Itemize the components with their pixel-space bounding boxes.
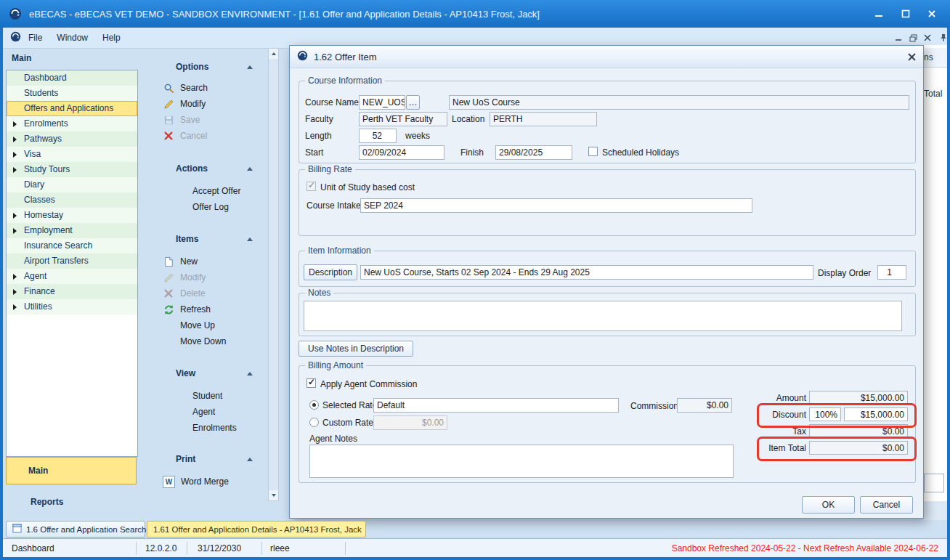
sidebar-item-label: Dashboard (24, 73, 67, 83)
collapse-icon[interactable] (247, 65, 253, 69)
window-maximize-button[interactable] (893, 4, 918, 23)
course-intake-combo[interactable]: SEP 2024 (360, 198, 752, 213)
start-date-combo[interactable]: 02/09/2024 (359, 145, 444, 160)
modify-label: Modify (180, 99, 206, 109)
discount-amount-input[interactable]: $15,000.00 (844, 407, 908, 421)
description-button[interactable]: Description (304, 264, 357, 280)
sidebar-item-homestay[interactable]: Homestay (7, 208, 137, 223)
display-order-stepper[interactable]: 1 (877, 265, 906, 280)
selected-rate-radio[interactable] (309, 400, 319, 410)
agent-notes-textarea[interactable] (309, 445, 734, 478)
custom-rate-radio[interactable] (309, 418, 319, 427)
status-bar: Dashboard 12.0.2.0 31/12/2030 rleee Sand… (3, 538, 947, 557)
sidebar-item-classes[interactable]: Classes (7, 192, 137, 208)
sidebar-item-diary[interactable]: Diary (7, 177, 137, 192)
search-button[interactable]: Search (163, 81, 208, 94)
item-refresh-button[interactable]: Refresh (163, 303, 211, 316)
sidebar-item-finance[interactable]: Finance (7, 284, 137, 299)
cancel-button[interactable]: Cancel (860, 496, 913, 514)
sidebar-item-insurance-search[interactable]: Insurance Search (7, 238, 137, 253)
sidebar-item-pathways[interactable]: Pathways (7, 131, 137, 147)
menu-help[interactable]: Help (95, 30, 128, 46)
unit-of-study-label: Unit of Study based cost (320, 182, 415, 192)
status-separator (187, 542, 187, 555)
sidebar-item-employment[interactable]: Employment (7, 223, 137, 238)
nav-group-reports[interactable]: Reports (6, 491, 137, 513)
selected-rate-combo[interactable]: Default (373, 398, 619, 413)
discount-percent-input[interactable]: 100% (809, 407, 841, 421)
item-new-label: New (180, 256, 198, 267)
accept-offer-button[interactable]: Accept Offer (192, 184, 240, 198)
cancel-icon (163, 130, 174, 142)
description-input[interactable]: New UoS Course, Starts 02 Sep 2024 - End… (360, 265, 813, 280)
collapse-icon[interactable] (247, 372, 253, 376)
collapse-icon[interactable] (247, 458, 253, 461)
mdi-minimize-button[interactable] (892, 32, 905, 44)
menu-file[interactable]: File (21, 30, 49, 46)
collapse-icon[interactable] (247, 238, 253, 241)
view-enrolments-button[interactable]: Enrolments (192, 421, 237, 434)
expand-icon (13, 228, 17, 234)
item-information-group: Item Information Description New UoS Cou… (299, 251, 916, 287)
dialog-titlebar: 1.62 Offer Item (290, 46, 923, 68)
section-items[interactable]: Items (176, 233, 253, 245)
tab-offer-and-application-details[interactable]: 1.61 Offer and Application Details - AP1… (147, 521, 366, 537)
scroll-down-icon[interactable] (269, 490, 278, 500)
offer-log-button[interactable]: Offer Log (192, 200, 229, 214)
ok-button[interactable]: OK (802, 496, 855, 514)
view-agent-label: Agent (192, 407, 215, 417)
modify-button[interactable]: Modify (163, 97, 206, 110)
use-notes-in-description-button[interactable]: Use Notes in Description (299, 341, 413, 357)
nav-group-main[interactable]: Main (6, 457, 137, 484)
word-merge-button[interactable]: W Word Merge (163, 475, 229, 488)
tool-panel-scrollbar[interactable] (268, 48, 279, 501)
save-button: Save (163, 113, 200, 126)
status-sandbox-note: Sandbox Refreshed 2024-05-22 - Next Refr… (672, 539, 938, 558)
sidebar-item-dashboard[interactable]: Dashboard (7, 70, 137, 86)
notes-textarea[interactable] (304, 301, 902, 331)
section-view[interactable]: View (176, 368, 253, 379)
sidebar-item-students[interactable]: Students (7, 86, 137, 101)
scroll-up-icon[interactable] (269, 49, 278, 59)
status-separator (261, 542, 262, 555)
expand-icon (13, 121, 17, 127)
course-browse-button[interactable]: … (406, 95, 420, 110)
course-information-group: Course Information Course Name NEW_UOS …… (299, 81, 916, 163)
sidebar-item-enrolments[interactable]: Enrolments (7, 116, 137, 131)
apply-agent-commission-checkbox[interactable] (306, 378, 316, 388)
expand-icon (13, 137, 17, 142)
section-items-title: Items (176, 234, 198, 244)
sidebar-item-agent[interactable]: Agent (7, 269, 137, 284)
view-agent-button[interactable]: Agent (192, 405, 215, 418)
course-name-input[interactable]: NEW_UOS (359, 95, 405, 110)
finish-label: Finish (460, 147, 484, 158)
mdi-restore-button[interactable] (906, 32, 919, 44)
section-print[interactable]: Print (176, 453, 253, 465)
expand-icon (13, 289, 17, 295)
scheduled-holidays-checkbox[interactable] (588, 147, 598, 156)
sidebar-item-utilities[interactable]: Utilities (7, 299, 137, 315)
move-up-button[interactable]: Move Up (180, 319, 215, 332)
sidebar-item-visa[interactable]: Visa (7, 147, 137, 162)
item-new-button[interactable]: New (163, 255, 198, 268)
sidebar-item-label: Agent (24, 271, 46, 281)
menu-window[interactable]: Window (49, 30, 95, 46)
dialog-close-icon[interactable] (908, 53, 916, 61)
window-minimize-button[interactable] (866, 4, 891, 23)
mdi-close-button[interactable] (921, 32, 934, 44)
length-stepper[interactable]: 52 (359, 129, 397, 143)
commission-display: $0.00 (677, 398, 732, 413)
item-total-label: Item Total (734, 443, 806, 453)
sidebar-item-airport-transfers[interactable]: Airport Transfers (7, 253, 137, 269)
sidebar-item-label: Offers and Applications (24, 103, 113, 113)
sidebar-item-study-tours[interactable]: Study Tours (7, 162, 137, 177)
tab-offer-and-application-search[interactable]: 1.6 Offer and Application Search (6, 521, 145, 537)
section-options[interactable]: Options (176, 61, 253, 73)
view-student-button[interactable]: Student (192, 389, 222, 402)
move-down-button[interactable]: Move Down (180, 335, 226, 348)
window-close-button[interactable] (919, 4, 944, 23)
window-frame (0, 557, 950, 560)
collapse-icon[interactable] (247, 167, 253, 171)
sidebar-item-offers-and-applications[interactable]: Offers and Applications (7, 101, 137, 116)
section-actions[interactable]: Actions (176, 163, 253, 174)
